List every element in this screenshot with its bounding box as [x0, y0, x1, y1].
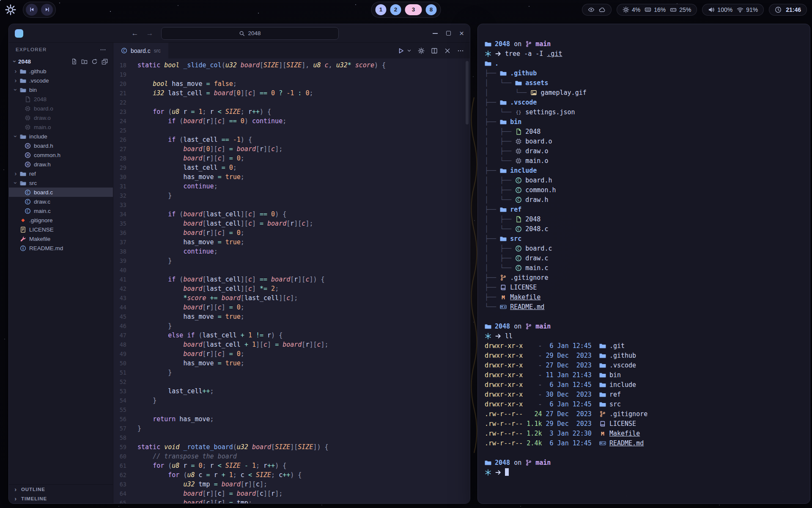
run-dropdown-icon[interactable]	[407, 48, 411, 53]
line-number[interactable]: 23	[113, 107, 126, 116]
explorer-item-board.h[interactable]: ›Hboard.h	[9, 141, 113, 150]
clock-widget[interactable]: 21:46	[769, 4, 807, 16]
close-button[interactable]: ×	[459, 29, 464, 37]
explorer-item-board.c[interactable]: ›Cboard.c	[9, 188, 113, 197]
line-number[interactable]: 58	[113, 433, 126, 442]
explorer-item-.github[interactable]: ›.github	[9, 66, 113, 76]
explorer-item-draw.h[interactable]: ›Hdraw.h	[9, 160, 113, 169]
line-number[interactable]: 34	[113, 210, 126, 219]
line-number[interactable]: 46	[113, 321, 126, 331]
explorer-item-draw.o[interactable]: ›draw.o	[9, 113, 113, 122]
explorer-item-.gitignore[interactable]: ›.gitignore	[9, 215, 113, 225]
editor-more-button[interactable]	[457, 47, 464, 54]
explorer-item-src[interactable]: ›src	[9, 178, 113, 188]
media-next-button[interactable]	[41, 4, 53, 16]
line-number[interactable]: 64	[113, 489, 126, 498]
new-folder-button[interactable]	[81, 58, 88, 65]
line-number[interactable]: 56	[113, 414, 126, 424]
settings-gear-button[interactable]	[418, 47, 425, 54]
line-number[interactable]: 32	[113, 191, 126, 200]
weather-widget[interactable]	[582, 4, 612, 16]
audio-network-widget[interactable]: 100% 91%	[702, 4, 764, 16]
refresh-explorer-button[interactable]	[91, 58, 98, 65]
explorer-project-row[interactable]: › 2048	[9, 56, 113, 66]
explorer-more-icon[interactable]	[100, 47, 106, 53]
minimize-button[interactable]	[433, 33, 438, 34]
line-number[interactable]: 18	[113, 61, 126, 70]
line-number[interactable]: 57	[113, 424, 126, 433]
line-number[interactable]: 19	[113, 70, 126, 79]
line-number[interactable]: 63	[113, 480, 126, 489]
line-number[interactable]: 45	[113, 312, 126, 321]
line-number[interactable]: 53	[113, 387, 126, 396]
line-number[interactable]: 25	[113, 126, 126, 135]
line-number[interactable]: 48	[113, 340, 126, 349]
explorer-item-include[interactable]: ›include	[9, 132, 113, 141]
vscode-titlebar[interactable]: ← → 2048 ×	[9, 24, 470, 43]
line-number[interactable]: 38	[113, 247, 126, 256]
line-number[interactable]: 52	[113, 377, 126, 387]
launcher-gear-icon[interactable]	[5, 4, 16, 15]
explorer-item-ref[interactable]: ›ref	[9, 169, 113, 178]
workspace-2[interactable]: 2	[390, 4, 401, 15]
line-number[interactable]: 26	[113, 135, 126, 144]
workspace-1[interactable]: 1	[376, 4, 387, 15]
line-number[interactable]: 35	[113, 219, 126, 228]
line-number[interactable]: 33	[113, 200, 126, 210]
explorer-item-bin[interactable]: ›bin	[9, 85, 113, 94]
terminal-window[interactable]: 2048 on maintree -a -I .git.├── .github│…	[477, 24, 810, 504]
code-editor[interactable]: 18static bool _slide_col(u32 board[SIZE]…	[113, 58, 470, 503]
split-editor-button[interactable]	[431, 47, 438, 54]
line-number[interactable]: 65	[113, 498, 126, 503]
maximize-button[interactable]	[446, 31, 451, 36]
line-number[interactable]: 31	[113, 182, 126, 191]
line-number[interactable]: 40	[113, 265, 126, 275]
line-number[interactable]: 28	[113, 154, 126, 163]
explorer-item-LICENSE[interactable]: ›LICENSE	[9, 225, 113, 234]
explorer-item-2048[interactable]: ›2048	[9, 94, 113, 104]
line-number[interactable]: 22	[113, 98, 126, 107]
line-number[interactable]: 27	[113, 144, 126, 154]
line-number[interactable]: 43	[113, 293, 126, 303]
line-number[interactable]: 29	[113, 163, 126, 172]
explorer-item-board.o[interactable]: ›board.o	[9, 104, 113, 113]
line-number[interactable]: 42	[113, 284, 126, 293]
explorer-item-main.o[interactable]: ›main.o	[9, 122, 113, 132]
line-number[interactable]: 50	[113, 359, 126, 368]
explorer-item-main.c[interactable]: ›Cmain.c	[9, 206, 113, 215]
collapse-folders-button[interactable]	[102, 58, 108, 65]
command-center-search[interactable]: 2048	[161, 27, 339, 40]
line-number[interactable]: 39	[113, 256, 126, 265]
explorer-item-draw.c[interactable]: ›Cdraw.c	[9, 197, 113, 206]
line-number[interactable]: 30	[113, 172, 126, 182]
line-number[interactable]: 49	[113, 349, 126, 359]
run-button[interactable]	[398, 47, 404, 54]
line-number[interactable]: 59	[113, 442, 126, 452]
explorer-item-README.md[interactable]: ›README.md	[9, 243, 113, 253]
line-number[interactable]: 51	[113, 368, 126, 377]
line-number[interactable]: 24	[113, 116, 126, 126]
system-stats[interactable]: 4% 16% 25%	[617, 4, 697, 16]
outline-section[interactable]: › OUTLINE	[9, 485, 113, 494]
line-number[interactable]: 47	[113, 331, 126, 340]
workspace-3-active[interactable]: 3	[405, 4, 422, 15]
workspace-8[interactable]: 8	[426, 4, 437, 15]
explorer-item-.vscode[interactable]: ›.vscode	[9, 76, 113, 85]
line-number[interactable]: 55	[113, 405, 126, 414]
timeline-section[interactable]: › TIMELINE	[9, 494, 113, 503]
tab-board.c[interactable]: C board.c src	[113, 43, 168, 58]
line-number[interactable]: 54	[113, 396, 126, 405]
editor-scrollbar-thumb[interactable]	[466, 61, 469, 124]
line-number[interactable]: 44	[113, 303, 126, 312]
line-number[interactable]: 21	[113, 88, 126, 98]
new-file-button[interactable]	[71, 58, 77, 65]
line-number[interactable]: 62	[113, 470, 126, 480]
nav-back-icon[interactable]: ←	[132, 29, 139, 38]
line-number[interactable]: 60	[113, 452, 126, 461]
explorer-item-Makefile[interactable]: ›Makefile	[9, 234, 113, 243]
explorer-item-common.h[interactable]: ›Hcommon.h	[9, 150, 113, 160]
line-number[interactable]: 41	[113, 275, 126, 284]
line-number[interactable]: 20	[113, 79, 126, 88]
line-number[interactable]: 36	[113, 228, 126, 237]
line-number[interactable]: 61	[113, 461, 126, 470]
